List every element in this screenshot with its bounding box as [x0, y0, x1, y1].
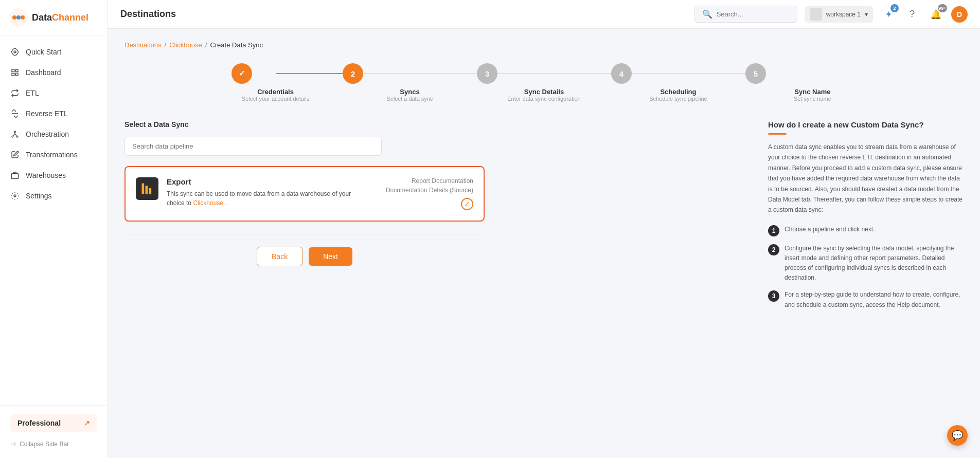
export-sync-card[interactable]: Export This sync can be used to move dat… [124, 166, 485, 222]
sidebar-item-etl[interactable]: ETL [0, 83, 108, 103]
help-step-1: 1 Choose a pipeline and click next. [768, 225, 964, 236]
step-5: 5 Sync Name Set sync name [745, 63, 880, 102]
step-2-top: 2 [343, 63, 477, 84]
breadcrumb-destinations[interactable]: Destinations [124, 41, 162, 49]
svg-point-2 [16, 15, 21, 20]
logo-icon [9, 8, 28, 27]
logo: DataChannel [0, 0, 108, 35]
step-2-connector [363, 73, 477, 74]
content-left: Select a Data Sync Export [124, 120, 747, 310]
step-3-circle: 3 [477, 63, 497, 84]
sync-name: Export [167, 177, 352, 186]
next-button[interactable]: Next [309, 247, 352, 266]
step-1-label: Credentials [242, 88, 309, 96]
sidebar-item-label: Quick Start [26, 48, 61, 56]
chat-icon: 💬 [952, 430, 963, 441]
content-divider [124, 234, 485, 234]
workspace-icon [810, 8, 822, 21]
sidebar-item-warehouses[interactable]: Warehouses [0, 165, 108, 186]
svg-point-11 [16, 136, 18, 137]
help-title: How do I create a new Custom Data Sync? [768, 120, 964, 129]
step-5-circle: 5 [745, 63, 766, 84]
step-1-meta: Credentials Select your account details [242, 88, 309, 102]
sidebar-item-dashboard[interactable]: Dashboard [0, 62, 108, 83]
sidebar-item-orchestration[interactable]: Orchestration [0, 124, 108, 144]
step-2: 2 Syncs Select a data sync [343, 63, 477, 102]
svg-point-13 [14, 195, 16, 197]
user-workspace-selector[interactable]: workspace 1 ▾ [805, 6, 873, 23]
arrows-icon [10, 88, 20, 98]
svg-point-3 [21, 15, 25, 20]
notifications-button[interactable]: 🔔 99+ [928, 6, 944, 23]
svg-rect-5 [12, 69, 14, 72]
action-buttons: Back Next [124, 247, 485, 266]
help-icon: ? [910, 9, 915, 20]
step-5-sublabel: Set sync name [794, 96, 831, 102]
help-step-3-text: For a step-by-step guide to understand h… [785, 290, 964, 309]
help-steps: 1 Choose a pipeline and click next. 2 Co… [768, 225, 964, 310]
export-sync-icon [136, 177, 158, 200]
stepper: ✓ Credentials Select your account detail… [208, 63, 880, 102]
sidebar-item-settings[interactable]: Settings [0, 186, 108, 206]
help-step-2-num: 2 [768, 244, 779, 255]
sidebar: DataChannel Quick Start Dashboard ETL Re… [0, 0, 108, 458]
help-step-1-text: Choose a pipeline and click next. [785, 225, 875, 234]
sidebar-item-reverse-etl[interactable]: Reverse ETL [0, 103, 108, 124]
step-4-connector [632, 73, 745, 74]
svg-rect-6 [15, 69, 18, 72]
professional-badge[interactable]: Professional ↗ [10, 414, 97, 432]
user-avatar[interactable]: D [951, 6, 968, 23]
sidebar-item-label: Warehouses [26, 171, 66, 179]
collapse-icon: ⊣ [10, 441, 15, 448]
header-search[interactable]: 🔍 [694, 6, 797, 23]
help-icon-button[interactable]: ? [904, 6, 920, 23]
sidebar-item-transformations[interactable]: Transformations [0, 144, 108, 165]
breadcrumb-clickhouse[interactable]: Clickhouse [169, 41, 202, 49]
doc-links: Report Documentation Documentation Detai… [386, 177, 473, 194]
step-2-sublabel: Select a data sync [387, 96, 433, 102]
step-4-label: Scheduling [649, 88, 707, 96]
step-1-connector [276, 73, 343, 74]
breadcrumb: Destinations / Clickhouse / Create Data … [124, 41, 964, 49]
help-step-2-text: Configure the sync by selecting the data… [785, 244, 964, 283]
dropdown-icon: ▾ [865, 11, 868, 18]
pipeline-search-input[interactable] [124, 137, 382, 156]
search-input[interactable] [717, 10, 790, 18]
sidebar-item-label: ETL [26, 89, 39, 97]
content-area: Select a Data Sync Export [124, 120, 964, 310]
report-doc-link[interactable]: Report Documentation [412, 177, 473, 185]
sidebar-item-label: Settings [26, 192, 52, 200]
breadcrumb-separator-1: / [165, 41, 167, 49]
step-3-connector [497, 73, 611, 74]
sidebar-item-label: Reverse ETL [26, 109, 68, 118]
logo-text: DataChannel [32, 12, 88, 23]
step-5-meta: Sync Name Set sync name [794, 88, 831, 102]
svg-point-4 [14, 51, 16, 53]
help-panel: How do I create a new Custom Data Sync? … [768, 120, 964, 310]
collapse-sidebar-button[interactable]: ⊣ Collapse Side Bar [10, 438, 97, 450]
sidebar-item-quick-start[interactable]: Quick Start [0, 42, 108, 62]
breadcrumb-current: Create Data Sync [210, 41, 263, 49]
reverse-icon [10, 109, 20, 118]
sync-desc-part2: . [225, 199, 226, 207]
chat-support-button[interactable]: 💬 [947, 425, 968, 446]
svg-point-1 [12, 15, 16, 20]
sync-desc-link[interactable]: Clickhouse [193, 199, 223, 207]
star-icon-button[interactable]: ✦ 2 [880, 6, 897, 23]
svg-rect-14 [142, 184, 145, 194]
sidebar-bottom: Professional ↗ ⊣ Collapse Side Bar [0, 405, 108, 458]
professional-label: Professional [17, 419, 61, 427]
step-4-circle: 4 [611, 63, 632, 84]
sync-card-right: Report Documentation Documentation Detai… [386, 177, 473, 210]
step-3: 3 Sync Details Enter data sync configura… [477, 63, 611, 102]
step-1-circle: ✓ [231, 63, 252, 84]
step-2-circle: 2 [343, 63, 363, 84]
sidebar-item-label: Orchestration [26, 130, 69, 138]
doc-details-link[interactable]: Documentation Details (Source) [386, 187, 473, 194]
step-2-meta: Syncs Select a data sync [387, 88, 433, 102]
section-title: Select a Data Sync [124, 120, 747, 129]
step-5-label: Sync Name [794, 88, 831, 96]
back-button[interactable]: Back [257, 247, 302, 266]
sidebar-item-label: Dashboard [26, 68, 61, 77]
sync-description: This sync can be used to move data from … [167, 189, 352, 208]
